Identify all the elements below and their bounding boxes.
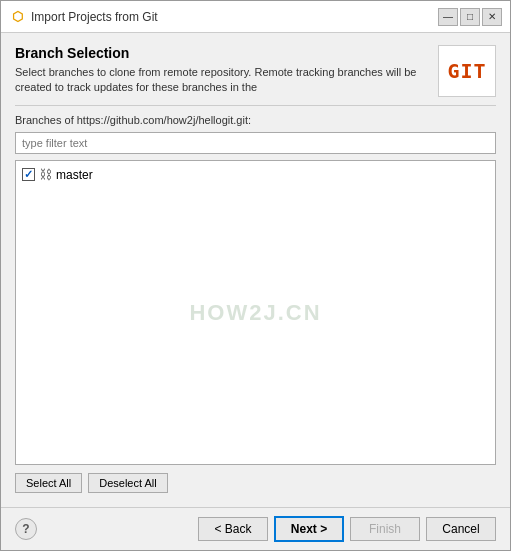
footer: ? < Back Next > Finish Cancel	[1, 508, 510, 550]
branches-list: ✓ ⛓ master HOW2J.CN	[15, 160, 496, 465]
header-area: Branch Selection Select branches to clon…	[15, 45, 496, 97]
close-button[interactable]: ✕	[482, 8, 502, 26]
branch-icon: ⛓	[39, 167, 52, 182]
page-title: Branch Selection	[15, 45, 430, 61]
select-all-button[interactable]: Select All	[15, 473, 82, 493]
branch-checkbox-master[interactable]: ✓	[22, 168, 35, 181]
filter-input[interactable]	[15, 132, 496, 154]
deselect-all-button[interactable]: Deselect All	[88, 473, 167, 493]
branch-name-master: master	[56, 168, 93, 182]
minimize-button[interactable]: —	[438, 8, 458, 26]
checkmark-icon: ✓	[24, 168, 33, 181]
content-area: Branch Selection Select branches to clon…	[1, 33, 510, 501]
header-text: Branch Selection Select branches to clon…	[15, 45, 430, 96]
git-logo: GIT	[438, 45, 496, 97]
branch-item-master[interactable]: ✓ ⛓ master	[20, 165, 491, 184]
maximize-button[interactable]: □	[460, 8, 480, 26]
watermark: HOW2J.CN	[189, 300, 321, 326]
finish-button[interactable]: Finish	[350, 517, 420, 541]
window-title: Import Projects from Git	[31, 10, 432, 24]
back-button[interactable]: < Back	[198, 517, 268, 541]
help-button[interactable]: ?	[15, 518, 37, 540]
cancel-button[interactable]: Cancel	[426, 517, 496, 541]
branches-label: Branches of https://github.com/how2j/hel…	[15, 114, 496, 126]
window-icon: ⬡	[9, 9, 25, 25]
main-window: ⬡ Import Projects from Git — □ ✕ Branch …	[0, 0, 511, 551]
title-controls: — □ ✕	[438, 8, 502, 26]
divider	[15, 105, 496, 106]
select-buttons-area: Select All Deselect All	[15, 473, 496, 493]
next-button[interactable]: Next >	[274, 516, 344, 542]
git-logo-text: GIT	[447, 59, 486, 83]
title-bar: ⬡ Import Projects from Git — □ ✕	[1, 1, 510, 33]
page-description: Select branches to clone from remote rep…	[15, 65, 430, 96]
